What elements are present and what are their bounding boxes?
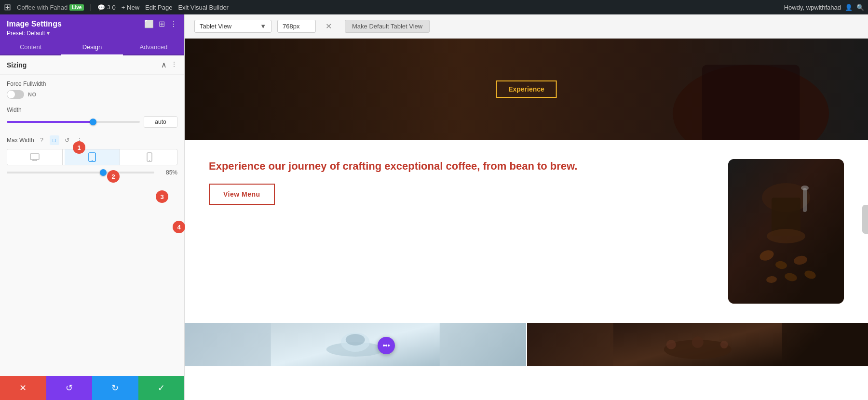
width-slider[interactable] — [7, 121, 140, 123]
svg-point-31 — [720, 341, 728, 348]
bottom-img-left — [185, 323, 526, 366]
svg-point-7 — [149, 160, 150, 161]
width-slider-row — [7, 116, 177, 128]
force-fullwidth-toggle[interactable] — [7, 90, 24, 99]
wp-logo: ⊞ — [4, 2, 11, 13]
panel-body: Sizing ∧ ⋮ Force Fullwidth NO Width — [0, 55, 184, 376]
width-row: Width — [7, 107, 177, 128]
device-icons-row — [7, 149, 177, 165]
badge-4: 4 — [173, 221, 185, 233]
max-width-controls: Max Width ? □ ↺ ⋮ — [7, 135, 177, 145]
tab-advanced[interactable]: Advanced — [123, 40, 184, 55]
panel-icon-grid[interactable]: ⊞ — [159, 19, 165, 28]
tablet-close-button[interactable]: ✕ — [322, 20, 335, 33]
section-controls: ∧ ⋮ — [161, 60, 177, 69]
collapse-icon[interactable]: ∧ — [161, 60, 167, 69]
save-button[interactable]: ✓ — [138, 376, 185, 400]
width-slider-thumb[interactable] — [90, 119, 96, 125]
svg-point-29 — [666, 340, 676, 349]
toggle-label: NO — [28, 92, 37, 97]
close-icon: ✕ — [19, 383, 27, 393]
pct-slider-thumb[interactable] — [100, 169, 107, 176]
toggle-wrap: NO — [7, 90, 177, 99]
panel-icon-square[interactable]: ⬜ — [144, 19, 154, 28]
svg-point-5 — [92, 160, 93, 161]
view-menu-button[interactable]: View Menu — [209, 184, 275, 205]
max-width-help-icon[interactable]: ? — [37, 135, 47, 145]
width-input[interactable] — [144, 116, 177, 128]
live-badge: Live — [69, 4, 84, 11]
max-width-label: Max Width — [7, 137, 34, 144]
pct-slider[interactable] — [7, 172, 154, 173]
exit-builder-item[interactable]: Exit Visual Builder — [178, 4, 229, 11]
svg-rect-21 — [803, 188, 807, 212]
badge-1: 1 — [73, 141, 85, 154]
edit-page-item[interactable]: Edit Page — [145, 4, 172, 11]
admin-bar-right: Howdy, wpwithfahad 👤 🔍 — [784, 4, 864, 11]
make-default-button[interactable]: Make Default Tablet View — [345, 20, 430, 33]
site-name[interactable]: Coffee with Fahad Live — [17, 4, 84, 11]
side-handle[interactable] — [862, 205, 868, 234]
svg-point-22 — [801, 186, 809, 190]
comments-item[interactable]: 💬 3 0 — [97, 4, 115, 11]
close-button[interactable]: ✕ — [0, 376, 46, 400]
select-arrow-icon: ▼ — [260, 23, 266, 30]
close-icon: ✕ — [326, 22, 332, 31]
device-mobile-btn[interactable] — [122, 149, 177, 165]
bottom-bar: ✕ ↺ ↻ ✓ — [0, 376, 184, 400]
coffee-beans-img — [728, 159, 844, 304]
max-width-tablet-icon[interactable]: □ — [50, 135, 59, 145]
panel-tabs: Content Design Advanced — [0, 40, 184, 55]
coffee-hero: Experience — [185, 39, 868, 140]
panel-icon-more[interactable]: ⋮ — [170, 19, 177, 28]
svg-point-30 — [692, 336, 703, 348]
search-icon[interactable]: 🔍 — [856, 4, 864, 11]
tab-design[interactable]: Design — [61, 40, 122, 55]
badge-2: 2 — [107, 170, 120, 183]
svg-rect-0 — [30, 154, 39, 160]
view-selector[interactable]: Tablet View ▼ — [194, 20, 271, 33]
tablet-bar: Tablet View ▼ ✕ Make Default Tablet View — [185, 14, 868, 39]
svg-rect-10 — [702, 65, 800, 140]
save-icon: ✓ — [158, 383, 165, 393]
section-more-icon[interactable]: ⋮ — [171, 60, 177, 69]
avatar-icon: 👤 — [845, 4, 853, 11]
max-width-reset-icon[interactable]: ↺ — [62, 135, 72, 145]
redo-button[interactable]: ↻ — [92, 376, 138, 400]
comment-icon: 💬 — [97, 4, 105, 11]
panel-header-icons: ⬜ ⊞ ⋮ — [144, 19, 177, 28]
sizing-section-header: Sizing ∧ ⋮ — [0, 55, 184, 75]
view-label: Tablet View — [200, 23, 231, 30]
pct-value: 85% — [158, 169, 177, 176]
content-tagline: Experience our journey of crafting excep… — [209, 159, 714, 174]
hero-overlay: Experience — [496, 80, 557, 98]
panel-header: Image Settings ⬜ ⊞ ⋮ Preset: Default ▾ — [0, 14, 184, 40]
settings-content: Force Fullwidth NO Width — [0, 75, 184, 189]
tab-content[interactable]: Content — [0, 40, 61, 55]
toggle-knob — [7, 91, 15, 98]
pct-slider-fill — [7, 172, 103, 173]
content-left: Experience our journey of crafting excep… — [209, 159, 714, 205]
panel-preset[interactable]: Preset: Default ▾ — [7, 30, 177, 37]
panel-title: Image Settings — [7, 20, 62, 28]
device-tablet-btn[interactable] — [65, 149, 120, 165]
main-content: Tablet View ▼ ✕ Make Default Tablet View — [185, 14, 868, 400]
admin-bar: ⊞ Coffee with Fahad Live | 💬 3 0 + New E… — [0, 0, 868, 14]
undo-button[interactable]: ↺ — [46, 376, 93, 400]
undo-icon: ↺ — [66, 383, 73, 393]
device-desktop-btn[interactable] — [7, 149, 63, 165]
purple-dots-button[interactable]: ••• — [378, 337, 395, 354]
new-item[interactable]: + New — [122, 4, 139, 11]
width-label: Width — [7, 107, 177, 113]
pct-slider-row: 85% — [7, 169, 177, 176]
page-preview: Experience Experience our journey of cra… — [185, 39, 868, 400]
badge-3: 3 — [156, 190, 168, 203]
bottom-img-right — [527, 323, 868, 366]
force-fullwidth-row: Force Fullwidth NO — [7, 80, 177, 99]
sizing-title: Sizing — [7, 61, 27, 69]
max-width-row: Max Width ? □ ↺ ⋮ — [7, 135, 177, 176]
px-input[interactable] — [277, 20, 316, 33]
width-slider-fill — [7, 121, 93, 123]
comment-badge: 0 — [112, 4, 116, 11]
content-section: Experience our journey of crafting excep… — [185, 140, 868, 323]
